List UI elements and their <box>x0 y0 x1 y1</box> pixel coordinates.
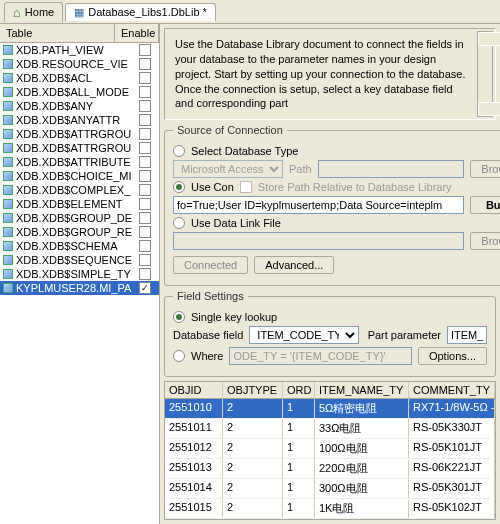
scroll-down-icon[interactable]: ▾ <box>478 102 500 116</box>
table-icon <box>3 87 13 97</box>
radio-select-db-type[interactable] <box>173 145 185 157</box>
table-icon <box>3 101 13 111</box>
table-list-item[interactable]: XDB.XDB$GROUP_RE <box>0 225 159 239</box>
table-list-item[interactable]: KYPLMUSER28.MI_PA✓ <box>0 281 159 295</box>
table-list-item[interactable]: XDB.PATH_VIEW <box>0 43 159 57</box>
grid-cell: 2551011 <box>165 419 223 438</box>
radio-single-key[interactable] <box>173 311 185 323</box>
grid-column-header[interactable]: COMMENT_TY <box>409 382 495 398</box>
enable-checkbox[interactable] <box>139 100 151 112</box>
table-list-item[interactable]: XDB.XDB$GROUP_DE <box>0 211 159 225</box>
radio-use-data-link[interactable] <box>173 217 185 229</box>
db-field-select[interactable]: ITEM_CODE_TY <box>249 326 359 344</box>
connection-string-input[interactable] <box>173 196 464 214</box>
grid-body[interactable]: 2551010215Ω精密电阻RX71-1/8W-5Ω -0.025510112… <box>165 399 495 519</box>
grid-cell: 5Ω精密电阻 <box>315 399 409 418</box>
table-item-label: XDB.XDB$COMPLEX_ <box>16 184 139 196</box>
grid-cell: RS-05K301JT <box>409 479 495 498</box>
enable-checkbox[interactable] <box>139 58 151 70</box>
table-item-label: XDB.XDB$SEQUENCE <box>16 254 139 266</box>
table-list-item[interactable]: XDB.XDB$CHOICE_MI <box>0 169 159 183</box>
right-panel: Use the Database Library document to con… <box>160 24 500 524</box>
enable-checkbox[interactable] <box>139 128 151 140</box>
enable-checkbox[interactable] <box>139 44 151 56</box>
grid-row[interactable]: 25510112133Ω电阻RS-05K330JT <box>165 419 495 439</box>
enable-checkbox[interactable] <box>139 198 151 210</box>
grid-cell: 1K电阻 <box>315 499 409 518</box>
table-icon <box>3 269 13 279</box>
table-list-item[interactable]: XDB.XDB$SEQUENCE <box>0 253 159 267</box>
radio-use-connection[interactable] <box>173 181 185 193</box>
grid-row[interactable]: 2551015211K电阻RS-05K102JT <box>165 499 495 519</box>
field-settings-legend: Field Settings <box>173 290 248 302</box>
table-icon <box>3 171 13 181</box>
table-list-item[interactable]: XDB.XDB$ATTRIBUTE <box>0 155 159 169</box>
enable-checkbox[interactable] <box>139 254 151 266</box>
grid-row[interactable]: 255101221100Ω电阻RS-05K101JT <box>165 439 495 459</box>
db-type-select: Microsoft Access <box>173 160 283 178</box>
radio-where[interactable] <box>173 350 185 362</box>
enable-checkbox[interactable] <box>139 72 151 84</box>
grid-cell: 2 <box>223 459 283 478</box>
enable-checkbox[interactable] <box>139 212 151 224</box>
grid-cell: 220Ω电阻 <box>315 459 409 478</box>
grid-row[interactable]: 2551010215Ω精密电阻RX71-1/8W-5Ω -0.0 <box>165 399 495 419</box>
grid-cell: 1 <box>283 399 315 418</box>
enable-checkbox[interactable] <box>139 170 151 182</box>
part-param-input[interactable] <box>447 326 487 344</box>
table-icon <box>3 185 13 195</box>
table-list-item[interactable]: XDB.XDB$SCHEMA <box>0 239 159 253</box>
grid-column-header[interactable]: ITEM_NAME_TY <box>315 382 409 398</box>
enable-checkbox[interactable] <box>139 114 151 126</box>
table-item-label: XDB.XDB$ATTRGROU <box>16 142 139 154</box>
table-list-item[interactable]: XDB.XDB$SIMPLE_TY <box>0 267 159 281</box>
table-list-item[interactable]: XDB.XDB$ACL <box>0 71 159 85</box>
label-single-key: Single key lookup <box>191 311 277 323</box>
grid-cell: 2551013 <box>165 459 223 478</box>
table-list-item[interactable]: XDB.XDB$ATTRGROU <box>0 141 159 155</box>
enable-checkbox[interactable] <box>139 240 151 252</box>
tab-document-label: Database_Libs1.DbLib * <box>88 6 207 18</box>
enable-checkbox[interactable] <box>139 268 151 280</box>
grid-cell: RS-05K101JT <box>409 439 495 458</box>
enable-checkbox[interactable] <box>139 86 151 98</box>
enable-checkbox[interactable] <box>139 184 151 196</box>
table-list-item[interactable]: XDB.XDB$ATTRGROU <box>0 127 159 141</box>
table-list-item[interactable]: XDB.XDB$ALL_MODE <box>0 85 159 99</box>
col-enable[interactable]: Enable <box>115 24 159 42</box>
col-table[interactable]: Table <box>0 24 115 42</box>
grid-cell: 2551010 <box>165 399 223 418</box>
enable-checkbox[interactable]: ✓ <box>139 282 151 294</box>
table-list-item[interactable]: XDB.XDB$COMPLEX_ <box>0 183 159 197</box>
label-use-connection: Use Con <box>191 181 234 193</box>
enable-checkbox[interactable] <box>139 156 151 168</box>
table-list-item[interactable]: XDB.XDB$ANYATTR <box>0 113 159 127</box>
db-field-label: Database field <box>173 329 243 341</box>
grid-cell: 1 <box>283 419 315 438</box>
build-button[interactable]: Build <box>470 196 500 214</box>
scroll-up-icon[interactable]: ▴ <box>478 32 500 46</box>
enable-checkbox[interactable] <box>139 226 151 238</box>
tab-home-label: Home <box>25 6 54 18</box>
tab-home[interactable]: Home <box>4 2 63 22</box>
tab-document[interactable]: Database_Libs1.DbLib * <box>65 3 216 21</box>
grid-column-header[interactable]: OBJID <box>165 382 223 398</box>
grid-column-header[interactable]: ORD <box>283 382 315 398</box>
table-list-item[interactable]: XDB.RESOURCE_VIE <box>0 57 159 71</box>
grid-row[interactable]: 255101321220Ω电阻RS-06K221JT <box>165 459 495 479</box>
enable-checkbox[interactable] <box>139 142 151 154</box>
table-icon <box>3 283 13 293</box>
grid-column-header[interactable]: OBJTYPE <box>223 382 283 398</box>
grid-header[interactable]: OBJIDOBJTYPEORDITEM_NAME_TYCOMMENT_TY <box>165 382 495 399</box>
table-list-item[interactable]: XDB.XDB$ANY <box>0 99 159 113</box>
description-scrollbar[interactable]: ▴ ▾ <box>477 31 493 117</box>
advanced-button[interactable]: Advanced... <box>254 256 334 274</box>
grid-row[interactable]: 255101421300Ω电阻RS-05K301JT <box>165 479 495 499</box>
grid-cell: 1 <box>283 439 315 458</box>
connected-button: Connected <box>173 256 248 274</box>
grid-cell: 2551014 <box>165 479 223 498</box>
table-list[interactable]: XDB.PATH_VIEWXDB.RESOURCE_VIEXDB.XDB$ACL… <box>0 43 159 524</box>
options-button[interactable]: Options... <box>418 347 487 365</box>
table-list-item[interactable]: XDB.XDB$ELEMENT <box>0 197 159 211</box>
grid-cell: RS-05K330JT <box>409 419 495 438</box>
